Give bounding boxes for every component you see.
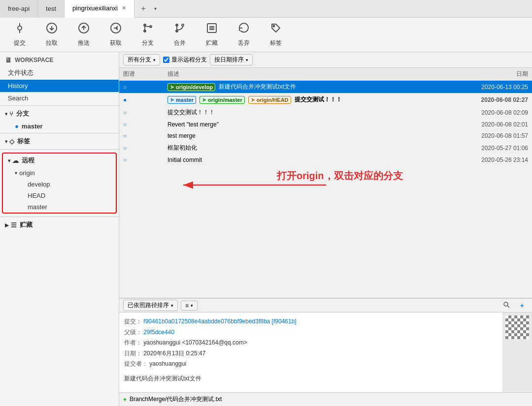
tab-dropdown-button[interactable]: ▾	[152, 0, 159, 18]
svg-point-21	[273, 26, 275, 27]
bottom-search-button[interactable]	[500, 300, 513, 311]
graph-dot-3: ○	[123, 121, 127, 128]
tab-free-api[interactable]: free-api	[0, 0, 38, 18]
sort-chevron-icon: ▾	[246, 58, 248, 62]
sort-by-date-dropdown[interactable]: 按日期排序 ▾	[210, 54, 253, 65]
discard-button[interactable]: 丢弃	[229, 20, 259, 50]
col-header-graph: 图谱	[123, 70, 167, 78]
date-cell-4: 2020-06-08 01:57	[430, 132, 528, 139]
discard-icon	[238, 22, 250, 37]
graph-dot-2: ○	[123, 109, 127, 116]
stash-button[interactable]: 贮藏	[197, 20, 227, 50]
graph-dot-5: ○	[123, 145, 127, 152]
commit-row-6[interactable]: ○ Initial commit 2020-05-26 23:14	[119, 155, 532, 166]
graph-dot-6: ○	[123, 156, 127, 163]
tag-origin-head: origin/HEAD	[248, 96, 291, 104]
graph-cell-3: ○	[123, 121, 163, 128]
push-icon	[78, 22, 90, 37]
list-view-button[interactable]: ≡ ▾	[181, 301, 198, 311]
date-cell-5: 2020-05-27 01:06	[430, 145, 528, 152]
commit-row-2[interactable]: ○ 提交交测试！！！ 2020-06-08 02:09	[119, 106, 532, 119]
detail-parent: 父级： 29f5dce440	[124, 327, 498, 338]
sidebar-item-master[interactable]: ● master	[0, 121, 119, 132]
push-button[interactable]: 推送	[69, 20, 99, 50]
graph-cell-4: ○	[123, 132, 163, 139]
graph-cell-1: ●	[123, 96, 163, 103]
date-cell-0: 2020-06-13 00:25	[430, 84, 528, 91]
commit-row-3[interactable]: ○ Revert "test merge" 2020-06-08 02:01	[119, 119, 532, 130]
sidebar-item-search[interactable]: Search	[0, 92, 119, 104]
commit-row-5[interactable]: ○ 框架初始化 2020-05-27 01:06	[119, 142, 532, 155]
stash-icon	[206, 22, 218, 37]
sidebar-item-remote-master[interactable]: master	[3, 201, 116, 213]
commit-row-4[interactable]: ○ test merge 2020-06-08 01:57	[119, 130, 532, 142]
commit-message: 新建代码合并冲突测试txt文件	[124, 374, 498, 384]
commit-icon	[14, 22, 26, 37]
workspace-label: 🖥 WORKSPACE	[0, 52, 119, 66]
detail-date: 日期： 2020年6月13日 0:25:47	[124, 348, 498, 359]
all-branches-dropdown[interactable]: 所有分支 ▾	[123, 54, 160, 65]
commit-details: 提交： f90461b0a0172508e4aabdde076bbf9ebed3…	[119, 312, 502, 392]
commit-row-1[interactable]: ● master origin/master origin/HEAD	[119, 94, 532, 106]
content-area: 所有分支 ▾ 显示远程分支 按日期排序 ▾ 图谱 描述 日期 ○	[119, 52, 532, 406]
sidebar-group-branches[interactable]: ▾ ⑂ 分支	[0, 107, 119, 121]
graph-dot-0: ○	[123, 84, 127, 91]
remote-arrow-icon: ▾	[8, 158, 10, 163]
commit-toolbar: 所有分支 ▾ 显示远程分支 按日期排序 ▾	[119, 52, 532, 68]
filename-label: BranchMerge/代码合并冲突测试.txt	[130, 395, 222, 404]
sidebar-item-file-status[interactable]: 文件状态	[0, 66, 119, 80]
sidebar-item-origin[interactable]: ▾ origin	[3, 167, 116, 179]
merge-button[interactable]: 合并	[165, 20, 195, 50]
stash-arrow-icon: ▶	[5, 222, 9, 228]
origin-arrow-icon: ▾	[15, 170, 17, 176]
branch-button[interactable]: 分支	[133, 20, 163, 50]
add-tab-button[interactable]: ＋	[134, 0, 152, 18]
desc-cell-6: Initial commit	[167, 156, 430, 163]
graph-dot-4: ○	[123, 132, 127, 139]
tag-button[interactable]: 标签	[261, 20, 291, 50]
graph-cell-0: ○	[123, 84, 163, 91]
branches-arrow-icon: ▾	[5, 111, 7, 117]
all-branches-chevron-icon: ▾	[153, 58, 156, 62]
sort-by-path-dropdown[interactable]: 已依照路径排序 ▾	[123, 300, 178, 311]
col-header-date: 日期	[430, 70, 528, 78]
date-cell-2: 2020-06-08 02:09	[430, 109, 528, 116]
sidebar-group-tags[interactable]: ▾ ◇ 标签	[0, 134, 119, 148]
pull-button[interactable]: 拉取	[37, 20, 66, 50]
list-chevron-icon: ▾	[191, 303, 193, 308]
close-tab-icon[interactable]: ✕	[122, 5, 126, 11]
graph-cell-6: ○	[123, 156, 163, 163]
bottom-add-button[interactable]: ＋	[516, 300, 528, 311]
sidebar: 🖥 WORKSPACE 文件状态 History Search ▾ ⑂ 分支 ●…	[0, 52, 119, 406]
tab-bar: free-api test pingrixuexilianxi ✕ ＋ ▾	[0, 0, 532, 18]
commit-row-0[interactable]: ○ origin/develop 新建代码合并冲突测试txt文件 2020-06…	[119, 81, 532, 94]
desc-cell-3: Revert "test merge"	[167, 121, 430, 128]
sidebar-item-develop[interactable]: develop	[3, 179, 116, 190]
show-remote-checkbox[interactable]	[163, 57, 169, 63]
svg-point-28	[504, 302, 508, 306]
sidebar-divider-1	[0, 105, 119, 106]
fetch-button[interactable]: 获取	[101, 20, 131, 50]
sidebar-item-history[interactable]: History	[0, 80, 119, 92]
bottom-panel: 已依照路径排序 ▾ ≡ ▾ ＋	[119, 298, 532, 406]
tag-master: master	[167, 96, 196, 104]
tab-test[interactable]: test	[38, 0, 65, 18]
branch-dot-icon: ●	[15, 123, 19, 130]
show-remote-checkbox-label[interactable]: 显示远程分支	[163, 56, 207, 64]
sidebar-item-head[interactable]: HEAD	[3, 190, 116, 201]
files-bar: + BranchMerge/代码合并冲突测试.txt	[119, 392, 532, 406]
remote-group-icon: ☁	[12, 157, 19, 164]
sidebar-group-remote[interactable]: ▾ ☁ 远程	[3, 154, 116, 167]
commit-button[interactable]: 提交	[5, 20, 34, 50]
bottom-toolbar: 已依照路径排序 ▾ ≡ ▾ ＋	[119, 299, 532, 312]
sidebar-divider-4	[0, 217, 119, 217]
detail-author: 作者： yaoshuanggui <1070342164@qq.com>	[124, 338, 498, 348]
sidebar-group-stash[interactable]: ▶ ☰ 贮藏	[0, 218, 119, 232]
sort-path-chevron-icon: ▾	[171, 303, 173, 308]
toolbar: 提交 拉取 推送 获取	[0, 18, 532, 52]
date-cell-1: 2020-06-08 02:27	[430, 96, 528, 103]
branch-group-icon: ⑂	[9, 110, 13, 118]
main-layout: 🖥 WORKSPACE 文件状态 History Search ▾ ⑂ 分支 ●…	[0, 52, 532, 406]
fetch-icon	[110, 22, 122, 37]
tab-pingrixuexilianxi[interactable]: pingrixuexilianxi ✕	[65, 0, 134, 18]
